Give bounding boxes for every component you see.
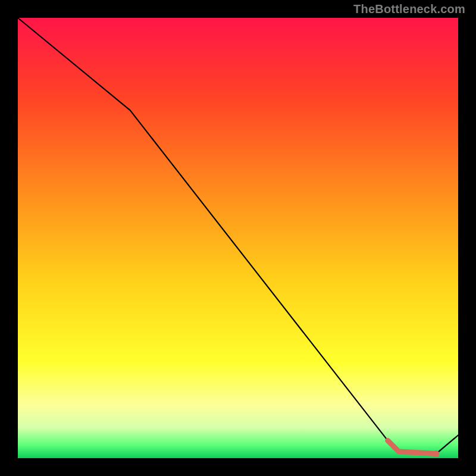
- chart-stage: TheBottleneck.com: [0, 0, 476, 476]
- chart-svg: [0, 0, 476, 476]
- watermark-text: TheBottleneck.com: [353, 2, 465, 16]
- plot-background: [18, 18, 458, 458]
- marker-point: [433, 450, 440, 457]
